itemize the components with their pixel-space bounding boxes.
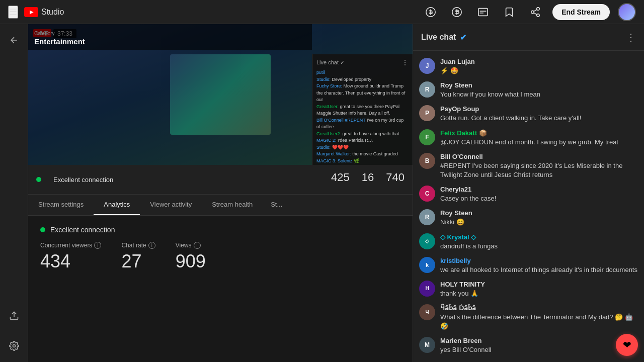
chat-title: Live chat ✔ — [421, 33, 626, 42]
tabs-bar: Stream settings Analytics Viewer activit… — [28, 195, 413, 216]
chat-username: Cheryla21 — [440, 186, 638, 193]
end-stream-button[interactable]: End Stream — [552, 4, 610, 20]
chat-username: Marien Breen — [440, 337, 638, 344]
metric-views: Views i 909 — [176, 242, 206, 272]
chat-text: dandruff is a fungas — [440, 242, 638, 251]
chat-message: J Juan Lujan ⚡ 🤩 — [413, 55, 644, 78]
overlay-msg-2: Studio: Developed property — [316, 76, 409, 83]
svg-point-7 — [537, 14, 540, 16]
message-body: kristibelly we are all hooked to Interne… — [440, 257, 638, 275]
metric-concurrent-value: 434 — [40, 251, 101, 272]
overlay-msg-7: MAGIC 2: I'dea Patricia R.J. — [316, 137, 409, 144]
youtube-studio-logo[interactable]: Studio — [24, 7, 64, 17]
heart-button[interactable]: ❤ — [616, 334, 638, 356]
hamburger-button[interactable]: ☰ — [8, 6, 18, 19]
small-stat-chat: 16 — [362, 171, 374, 184]
export-button[interactable] — [4, 306, 24, 326]
tab-analytics[interactable]: Analytics — [94, 195, 140, 215]
stream-info-banner: Excellent connection 425 16 740 — [28, 165, 413, 195]
svg-line-9 — [534, 9, 537, 11]
chat-text: Casey on the case! — [440, 194, 638, 203]
avatar: Ч — [419, 304, 435, 320]
stream-preview: LIVE 37:33 Live chat ✓ ⋮ putil Studio: D… — [28, 24, 413, 165]
concurrent-info-icon[interactable]: i — [94, 242, 101, 249]
settings-button[interactable] — [4, 336, 24, 356]
back-button[interactable] — [4, 30, 24, 50]
preview-category-label: Category — [34, 31, 55, 36]
overlay-menu: ⋮ — [401, 58, 409, 66]
chat-username: Roy Steen — [440, 81, 638, 89]
subtitles-icon-btn[interactable] — [474, 3, 492, 21]
studio-text: Studio — [41, 8, 64, 17]
bookmark-icon-btn[interactable] — [500, 3, 518, 21]
chatrate-info-icon[interactable]: i — [148, 242, 155, 249]
message-body: ◇ Krystal ◇ dandruff is a fungas — [440, 233, 638, 251]
chat-username: Felix Dakatt 📦 — [440, 129, 638, 137]
avatar: P — [419, 105, 435, 121]
chat-message: R Roy Steen You know if you know what I … — [413, 78, 644, 102]
chat-message: P PsyOp Soup Gotta run. Got a client wal… — [413, 102, 644, 126]
tab-stream-settings[interactable]: Stream settings — [28, 195, 94, 215]
small-stat-views: 740 — [386, 171, 405, 184]
message-body: Felix Dakatt 📦 @JOY CALHOUN end of month… — [440, 129, 638, 147]
main-layout: LIVE 37:33 Live chat ✓ ⋮ putil Studio: D… — [0, 24, 644, 362]
small-stat-chat-val: 16 — [362, 171, 374, 184]
tab-more[interactable]: St... — [263, 195, 290, 215]
avatar: F — [419, 129, 435, 145]
chat-header: Live chat ✔ ⋮ — [413, 24, 644, 51]
svg-line-8 — [534, 13, 537, 15]
svg-point-5 — [537, 7, 540, 10]
avatar: H — [419, 281, 435, 297]
chat-message: k kristibelly we are all hooked to Inter… — [413, 254, 644, 278]
message-body: Ч҄ǎb̈ǎ Ḋǎb̈ǎ What's the difference betwe… — [440, 304, 638, 331]
overlay-title: Live chat ✓ — [316, 59, 345, 66]
connection-indicator — [36, 177, 41, 182]
message-body: Roy Steen Nikki 😄 — [440, 209, 638, 227]
message-body: Marien Breen yes Bill O'Connell — [440, 337, 638, 354]
avatar: k — [419, 257, 435, 273]
analytics-content: Excellent connection Concurrent viewers … — [28, 216, 413, 362]
tab-stream-health[interactable]: Stream health — [202, 195, 263, 215]
live-chat-panel: Live chat ✔ ⋮ J Juan Lujan ⚡ 🤩 R Roy Ste… — [413, 24, 644, 362]
connection-status-main: Excellent connection — [40, 226, 400, 234]
views-info-icon[interactable]: i — [194, 242, 201, 249]
small-stat-views-val: 740 — [386, 171, 405, 184]
chat-message: M Marien Breen yes Bill O'Connell — [413, 334, 644, 357]
preview-category-value: Entertainment — [34, 37, 306, 46]
chat-text: What's the difference between The Termin… — [440, 313, 638, 331]
metric-concurrent-label: Concurrent viewers i — [40, 242, 101, 249]
user-avatar[interactable] — [618, 3, 636, 21]
small-stats-row: 425 16 740 — [331, 169, 405, 190]
metric-views-value: 909 — [176, 251, 206, 272]
chat-text: Gotta run. Got a client walking in. Take… — [440, 114, 638, 123]
tab-viewer-activity[interactable]: Viewer activity — [140, 195, 202, 215]
chat-username: Ч҄ǎb̈ǎ Ḋǎb̈ǎ — [440, 304, 638, 312]
chat-text: #REPENT I've been saying since 2020 it's… — [440, 161, 638, 179]
top-navigation: ☰ Studio — [0, 0, 644, 24]
chat-username: kristibelly — [440, 257, 638, 264]
earnings-icon-btn[interactable] — [448, 3, 466, 21]
small-stat-viewers-val: 425 — [331, 171, 350, 184]
share-icon-btn[interactable] — [526, 3, 544, 21]
metric-chat-value: 27 — [121, 251, 155, 272]
message-body: Bill O'Connell #REPENT I've been saying … — [440, 153, 638, 179]
overlay-msg-5: Bill O'Connell #REPENT I've on my 3rd cu… — [316, 117, 409, 131]
avatar: J — [419, 58, 435, 74]
message-body: Roy Steen You know if you know what I me… — [440, 81, 638, 99]
chat-text: we are all hooked to Internet of things … — [440, 265, 638, 275]
overlay-msg-4: GreatUser: great to see you there PayPal… — [316, 104, 409, 117]
svg-point-6 — [531, 11, 534, 14]
overlay-msg-10: MAGIC 3: Soleniz 🌿 — [316, 158, 409, 165]
message-body: HOLY TRINITY thank you 🙏 — [440, 281, 638, 298]
overlay-msg-3: Fuchy Store: Mow ground buildr and Trump… — [316, 83, 409, 104]
chat-text: ⚡ 🤩 — [440, 66, 638, 75]
chat-menu-button[interactable]: ⋮ — [626, 31, 636, 43]
message-body: Juan Lujan ⚡ 🤩 — [440, 58, 638, 75]
chat-text: Nikki 😄 — [440, 218, 638, 227]
monetization-icon-btn[interactable] — [422, 3, 440, 21]
metric-chat-rate: Chat rate i 27 — [121, 242, 155, 272]
chat-message: C Cheryla21 Casey on the case! — [413, 183, 644, 206]
message-body: Cheryla21 Casey on the case! — [440, 186, 638, 203]
overlay-header: Live chat ✓ ⋮ — [316, 58, 409, 66]
chat-username: PsyOp Soup — [440, 105, 638, 113]
